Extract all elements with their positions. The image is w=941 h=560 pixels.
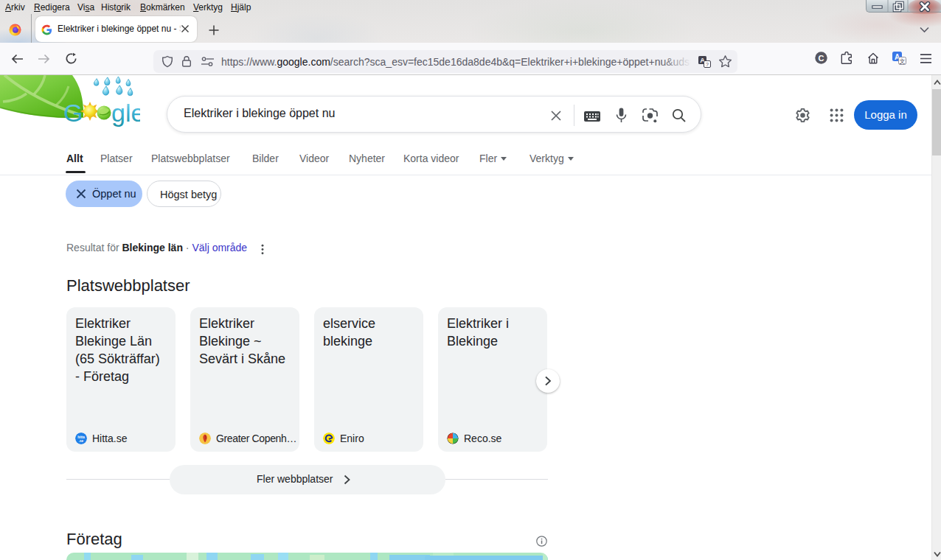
svg-text:gle: gle — [111, 99, 140, 127]
svg-text:文: 文 — [900, 58, 906, 65]
svg-text:?: ? — [706, 62, 709, 67]
svg-text:C: C — [819, 54, 824, 63]
svg-text:.se: .se — [79, 439, 84, 443]
svg-text:G: G — [63, 99, 83, 127]
